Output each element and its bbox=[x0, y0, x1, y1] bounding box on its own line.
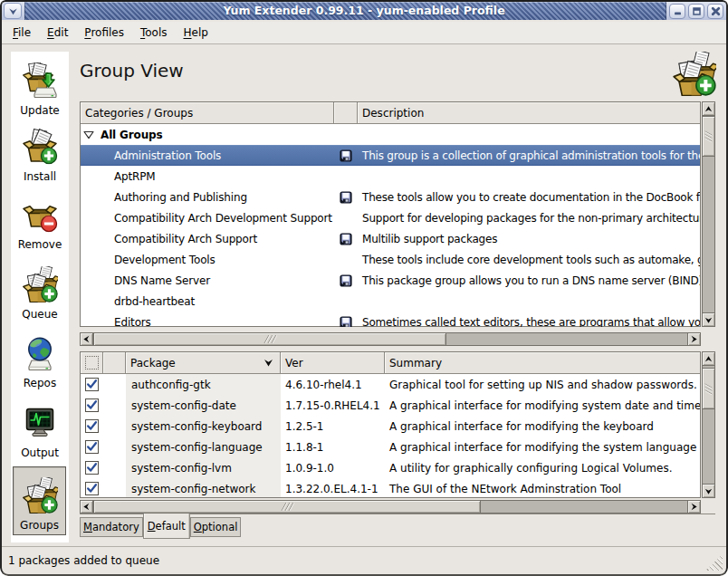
package-checkbox-checked[interactable] bbox=[85, 419, 99, 433]
tab-default[interactable]: Default bbox=[143, 514, 190, 539]
group-tree-hscrollbar[interactable] bbox=[80, 332, 701, 346]
menu-tools[interactable]: Tools bbox=[132, 24, 176, 42]
package-checkbox-checked[interactable] bbox=[85, 482, 99, 495]
group-description bbox=[358, 124, 700, 145]
group-row[interactable]: Compatibility Arch Development Support S… bbox=[81, 207, 700, 228]
package-filter-tabs: Mandatory Default Optional bbox=[80, 514, 241, 540]
group-row[interactable]: DNS Name Server This package group allow… bbox=[81, 270, 700, 291]
package-row[interactable]: system-config-lvm 1.0.9-1.0 A utility fo… bbox=[81, 457, 700, 478]
group-row[interactable]: drbd-heartbeat bbox=[81, 291, 700, 312]
group-row[interactable]: Editors Sometimes called text editors, t… bbox=[81, 312, 700, 327]
scroll-left-button[interactable] bbox=[80, 332, 93, 346]
package-summary: A graphical interface for modifying the … bbox=[385, 416, 700, 437]
column-header-summary[interactable]: Summary bbox=[385, 352, 700, 374]
package-name: system-config-language bbox=[126, 437, 281, 457]
menu-edit[interactable]: Edit bbox=[39, 24, 76, 42]
group-name-cell: drbd-heartbeat bbox=[81, 291, 334, 312]
minimize-button[interactable] bbox=[669, 4, 685, 19]
sidebar-item-groups[interactable]: Groups bbox=[13, 466, 66, 535]
group-name: All Groups bbox=[101, 129, 162, 141]
close-icon bbox=[710, 5, 722, 17]
package-checkbox-checked[interactable] bbox=[85, 378, 99, 391]
expander-open-icon[interactable] bbox=[83, 130, 94, 139]
package-row[interactable]: system-config-network 1.3.22.0.EL.4.1-1 … bbox=[81, 478, 700, 497]
sidebar-item-label: Repos bbox=[24, 377, 56, 389]
package-version: 1.0.9-1.0 bbox=[281, 457, 385, 478]
scroll-down-button[interactable] bbox=[702, 312, 715, 327]
group-description: Multilib support packages bbox=[358, 228, 700, 249]
select-all-box[interactable] bbox=[85, 356, 99, 370]
package-checkbox-checked[interactable] bbox=[85, 440, 99, 454]
sidebar-item-repos[interactable]: Repos bbox=[12, 324, 68, 389]
package-row[interactable]: system-config-date 1.7.15-0.RHEL4.1 A gr… bbox=[81, 395, 700, 416]
installed-group-icon bbox=[340, 149, 352, 162]
menu-help[interactable]: Help bbox=[176, 24, 216, 42]
package-checkbox-checked[interactable] bbox=[85, 398, 99, 412]
group-name-cell: Editors bbox=[81, 312, 334, 327]
scrollbar-thumb[interactable] bbox=[93, 500, 481, 514]
titlebar[interactable]: Yum Extender 0.99.11 - yum-enabled Profi… bbox=[2, 2, 726, 20]
group-tree-vscrollbar[interactable] bbox=[702, 101, 715, 327]
package-name: system-config-lvm bbox=[126, 457, 281, 478]
close-button[interactable] bbox=[707, 4, 723, 19]
package-row[interactable]: system-config-language 1.1.8-1 A graphic… bbox=[81, 437, 700, 457]
group-name-cell: Compatibility Arch Development Support bbox=[81, 207, 334, 228]
sidebar-item-install[interactable]: Install bbox=[12, 118, 68, 183]
package-status-cell bbox=[103, 416, 126, 437]
tab-mandatory[interactable]: Mandatory bbox=[80, 517, 143, 537]
scroll-up-button[interactable] bbox=[702, 351, 715, 366]
arrow-down-icon bbox=[704, 316, 713, 324]
menu-profiles[interactable]: Profiles bbox=[76, 24, 132, 42]
sidebar-item-icon bbox=[22, 405, 58, 441]
group-row[interactable]: Authoring and Publishing These tools all… bbox=[81, 187, 700, 207]
scrollbar-thumb[interactable] bbox=[93, 332, 446, 346]
column-header-description[interactable]: Description bbox=[358, 102, 700, 124]
menu-file[interactable]: File bbox=[5, 24, 39, 42]
scroll-left-button[interactable] bbox=[80, 500, 93, 514]
package-checkbox-checked[interactable] bbox=[85, 461, 99, 475]
package-status-cell bbox=[103, 457, 126, 478]
sidebar-item-update[interactable]: Update bbox=[12, 52, 68, 117]
package-version: 1.3.22.0.EL.4.1-1 bbox=[281, 478, 385, 497]
group-row[interactable]: Development Tools These tools include co… bbox=[81, 249, 700, 270]
window-menu-button[interactable] bbox=[4, 3, 22, 19]
resize-grip[interactable] bbox=[705, 554, 723, 571]
package-row[interactable]: system-config-keyboard 1.2.5-1 A graphic… bbox=[81, 416, 700, 437]
scroll-right-button[interactable] bbox=[687, 332, 701, 346]
group-row[interactable]: AptRPM bbox=[81, 166, 700, 187]
group-tree-rows: All Groups Administration Tools bbox=[81, 124, 700, 327]
package-version: 1.7.15-0.RHEL4.1 bbox=[281, 395, 385, 416]
group-name: Administration Tools bbox=[114, 149, 221, 162]
sidebar-item-icon bbox=[22, 335, 58, 371]
group-name-cell: Compatibility Arch Support bbox=[81, 228, 334, 249]
sidebar-item-queue[interactable]: Queue bbox=[12, 255, 68, 321]
scrollbar-thumb[interactable] bbox=[702, 368, 715, 409]
package-status-cell bbox=[103, 437, 126, 457]
group-row[interactable]: All Groups bbox=[81, 124, 700, 145]
arrow-left-icon bbox=[82, 503, 91, 511]
package-table-hscrollbar[interactable] bbox=[80, 500, 701, 514]
group-row[interactable]: Administration Tools This group is a col… bbox=[81, 145, 700, 166]
sidebar-item-icon bbox=[22, 197, 58, 233]
tab-optional[interactable]: Optional bbox=[190, 517, 242, 537]
package-version: 1.2.5-1 bbox=[281, 416, 385, 437]
package-table-vscrollbar[interactable] bbox=[702, 351, 715, 498]
column-header-select-all[interactable] bbox=[81, 352, 103, 374]
minimize-icon bbox=[672, 5, 684, 17]
scroll-up-button[interactable] bbox=[702, 101, 715, 116]
scroll-down-button[interactable] bbox=[702, 484, 715, 498]
package-select-cell bbox=[81, 457, 103, 478]
group-description: These tools allow you to create document… bbox=[358, 187, 700, 207]
group-row[interactable]: Compatibility Arch Support Multilib supp… bbox=[81, 228, 700, 249]
column-header-group-icon[interactable] bbox=[334, 102, 358, 124]
maximize-button[interactable] bbox=[688, 4, 704, 19]
column-header-status-icon[interactable] bbox=[103, 352, 126, 374]
column-header-categories-groups[interactable]: Categories / Groups bbox=[81, 102, 334, 124]
sidebar-item-remove[interactable]: Remove bbox=[12, 186, 68, 251]
package-row[interactable]: authconfig-gtk 4.6.10-rhel4.1 Graphical … bbox=[81, 374, 700, 395]
sidebar-item-output[interactable]: Output bbox=[12, 394, 68, 459]
scrollbar-thumb[interactable] bbox=[702, 116, 715, 157]
column-header-package[interactable]: Package bbox=[126, 352, 281, 374]
column-header-version[interactable]: Ver bbox=[281, 352, 385, 374]
scroll-right-button[interactable] bbox=[687, 500, 701, 514]
